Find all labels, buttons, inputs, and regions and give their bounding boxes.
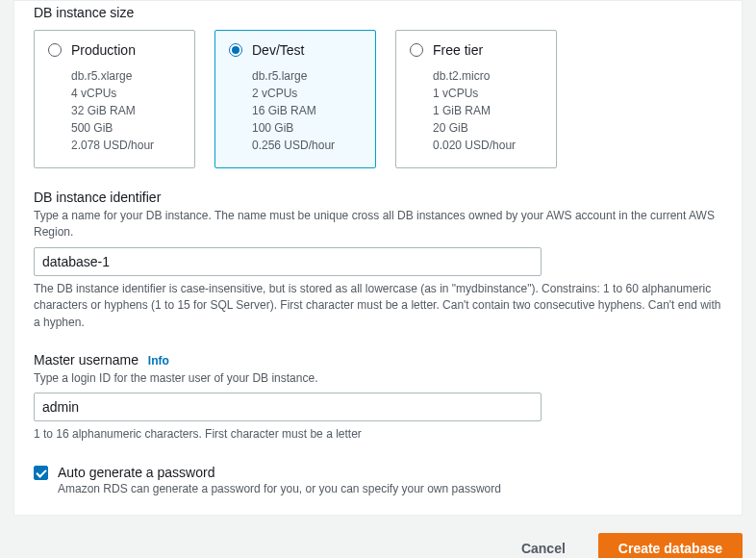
- db-instance-size-label: DB instance size: [34, 5, 722, 20]
- auto-generate-password-label: Auto generate a password: [58, 465, 501, 480]
- auto-generate-password-checkbox[interactable]: [34, 466, 48, 480]
- spec-line: 500 GiB: [71, 119, 181, 137]
- spec-line: db.t2.micro: [433, 67, 542, 85]
- spec-line: 0.020 USD/hour: [433, 137, 542, 154]
- identifier-constraint: The DB instance identifier is case-insen…: [34, 281, 722, 331]
- info-link[interactable]: Info: [148, 354, 169, 368]
- spec-line: 20 GiB: [433, 119, 542, 137]
- instance-size-tiles: Production db.r5.xlarge 4 vCPUs 32 GiB R…: [34, 30, 722, 168]
- spec-line: 0.256 USD/hour: [252, 137, 362, 154]
- tile-dev-test[interactable]: Dev/Test db.r5.large 2 vCPUs 16 GiB RAM …: [214, 30, 376, 168]
- spec-line: 32 GiB RAM: [71, 102, 181, 119]
- identifier-input[interactable]: [34, 247, 542, 276]
- spec-line: 100 GiB: [252, 119, 362, 137]
- identifier-block: DB instance identifier Type a name for y…: [34, 190, 722, 331]
- identifier-desc: Type a name for your DB instance. The na…: [34, 208, 722, 241]
- identifier-label: DB instance identifier: [34, 190, 722, 205]
- master-username-desc: Type a login ID for the master user of y…: [34, 370, 722, 387]
- tile-production[interactable]: Production db.r5.xlarge 4 vCPUs 32 GiB R…: [34, 30, 195, 168]
- footer-actions: Cancel Create database: [0, 516, 756, 558]
- spec-line: 1 vCPUs: [433, 85, 542, 102]
- tile-specs: db.t2.micro 1 vCPUs 1 GiB RAM 20 GiB 0.0…: [433, 67, 542, 154]
- auto-generate-password-desc: Amazon RDS can generate a password for y…: [58, 482, 501, 495]
- radio-free-tier[interactable]: [410, 43, 423, 57]
- settings-panel: DB instance size Production db.r5.xlarge…: [13, 0, 743, 516]
- spec-line: db.r5.large: [252, 67, 362, 85]
- tile-title: Production: [71, 42, 136, 58]
- create-database-button[interactable]: Create database: [598, 533, 743, 558]
- spec-line: 4 vCPUs: [71, 85, 181, 102]
- radio-dev-test[interactable]: [229, 43, 242, 57]
- auto-generate-password-row: Auto generate a password Amazon RDS can …: [34, 465, 722, 495]
- cancel-button[interactable]: Cancel: [502, 534, 585, 558]
- spec-line: 2 vCPUs: [252, 85, 362, 102]
- tile-free-tier[interactable]: Free tier db.t2.micro 1 vCPUs 1 GiB RAM …: [395, 30, 557, 168]
- tile-specs: db.r5.xlarge 4 vCPUs 32 GiB RAM 500 GiB …: [71, 67, 181, 154]
- spec-line: 16 GiB RAM: [252, 102, 362, 119]
- spec-line: 1 GiB RAM: [433, 102, 542, 119]
- spec-line: 2.078 USD/hour: [71, 137, 181, 154]
- master-username-block: Master username Info Type a login ID for…: [34, 352, 722, 444]
- tile-title: Free tier: [433, 42, 483, 58]
- spec-line: db.r5.xlarge: [71, 67, 181, 85]
- master-username-label: Master username: [34, 352, 139, 368]
- master-username-input[interactable]: [34, 393, 542, 421]
- radio-production[interactable]: [48, 43, 62, 57]
- tile-specs: db.r5.large 2 vCPUs 16 GiB RAM 100 GiB 0…: [252, 67, 362, 154]
- master-username-constraint: 1 to 16 alphanumeric characters. First c…: [34, 426, 722, 443]
- tile-title: Dev/Test: [252, 42, 304, 58]
